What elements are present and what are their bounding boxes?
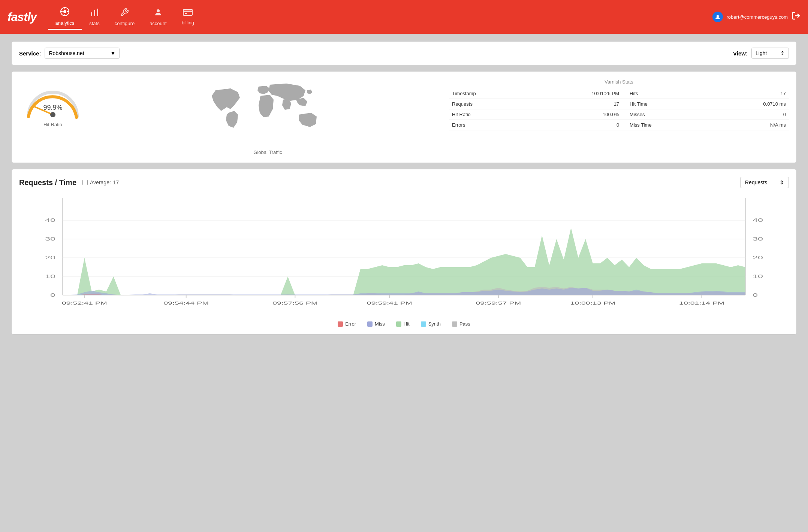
svg-text:99.9%: 99.9%: [43, 104, 62, 111]
header-right: robert@commerceguys.com: [712, 11, 801, 22]
chart-header-left: Requests / Time Average: 17: [19, 178, 119, 187]
stat-label: Miss Time: [622, 120, 711, 130]
stat-label: Hit Ratio: [449, 109, 531, 120]
svg-text:09:52:41 PM: 09:52:41 PM: [62, 301, 107, 305]
map-container: Global Traffic: [98, 79, 438, 155]
header: fastly analytics stats configure: [0, 0, 808, 34]
nav-configure[interactable]: configure: [107, 5, 142, 29]
chevron-down-icon: ⇕: [780, 179, 784, 185]
svg-text:0: 0: [753, 292, 758, 297]
nav-configure-label: configure: [115, 21, 135, 26]
nav-stats[interactable]: stats: [82, 5, 107, 29]
spinner-icon: ⇕: [780, 50, 785, 56]
chart-header: Requests / Time Average: 17 Requests ⇕: [19, 177, 789, 188]
svg-point-9: [157, 9, 160, 12]
svg-rect-8: [97, 9, 98, 16]
legend-pass-box: [452, 321, 457, 327]
svg-text:09:54:44 PM: 09:54:44 PM: [163, 301, 209, 305]
chart-type-dropdown[interactable]: Requests ⇕: [740, 177, 789, 188]
stats-row-hit-ratio: Hit Ratio 100.0% Misses 0: [449, 109, 789, 120]
legend-miss-box: [367, 321, 373, 327]
main-nav: analytics stats configure account: [48, 4, 712, 30]
stat-label: Misses: [622, 109, 711, 120]
nav-account[interactable]: account: [142, 5, 174, 29]
stats-table: Timestamp 10:01:26 PM Hits 17 Requests 1…: [449, 88, 789, 130]
service-label: Service:: [19, 50, 41, 57]
stat-value: 17: [711, 88, 789, 99]
main-content: Service: Robshouse.net ▼ View: Light ⇕: [0, 34, 808, 342]
legend-pass-label: Pass: [459, 321, 470, 327]
stat-label: Timestamp: [449, 88, 531, 99]
legend-error: Error: [338, 321, 356, 327]
svg-text:10:00:13 PM: 10:00:13 PM: [570, 301, 615, 305]
nav-analytics-label: analytics: [55, 20, 75, 26]
nav-analytics[interactable]: analytics: [48, 4, 82, 30]
gauge-svg: 99.9%: [21, 79, 85, 120]
chart-title: Requests / Time: [19, 178, 76, 187]
logo: fastly: [7, 10, 37, 24]
svg-text:20: 20: [753, 255, 763, 260]
svg-point-13: [717, 15, 719, 17]
legend-synth-box: [421, 321, 426, 327]
svg-text:30: 30: [753, 236, 763, 241]
map-label: Global Traffic: [253, 149, 282, 155]
configure-icon: [120, 8, 129, 19]
average-label: Average:: [90, 179, 111, 185]
stat-value: 10:01:26 PM: [531, 88, 622, 99]
chart-section: Requests / Time Average: 17 Requests ⇕: [11, 169, 797, 335]
svg-rect-10: [183, 9, 192, 15]
view-label: View:: [733, 50, 748, 57]
legend-error-label: Error: [345, 321, 356, 327]
legend-synth: Synth: [421, 321, 441, 327]
account-icon: [154, 8, 163, 19]
legend-miss-label: Miss: [375, 321, 385, 327]
svg-text:30: 30: [45, 236, 55, 241]
varnish-stats: Varnish Stats Timestamp 10:01:26 PM Hits…: [449, 79, 789, 130]
varnish-title: Varnish Stats: [449, 79, 789, 85]
chart-avg: Average: 17: [82, 179, 119, 185]
nav-account-label: account: [150, 21, 167, 26]
chart-area: 0 10 20 30 40 0 10 20 30 40: [19, 194, 789, 315]
user-badge: [712, 12, 723, 22]
svg-text:09:57:56 PM: 09:57:56 PM: [272, 301, 318, 305]
service-dropdown[interactable]: Robshouse.net ▼: [45, 48, 120, 59]
gauge-container: 99.9% Hit Ratio: [19, 79, 87, 127]
view-dropdown[interactable]: Light ⇕: [751, 48, 789, 59]
service-bar: Service: Robshouse.net ▼ View: Light ⇕: [19, 48, 789, 59]
logout-button[interactable]: [792, 11, 801, 22]
chart-svg: 0 10 20 30 40 0 10 20 30 40: [19, 194, 789, 314]
svg-rect-6: [91, 12, 92, 16]
svg-text:09:59:57 PM: 09:59:57 PM: [476, 301, 521, 305]
view-value: Light: [756, 50, 767, 56]
stats-row-errors: Errors 0 Miss Time N/A ms: [449, 120, 789, 130]
stats-icon: [90, 8, 99, 19]
stat-label: Hits: [622, 88, 711, 99]
stat-label: Errors: [449, 120, 531, 130]
service-value: Robshouse.net: [49, 50, 84, 56]
view-right: View: Light ⇕: [733, 48, 789, 59]
legend-hit-box: [396, 321, 401, 327]
stat-value: 100.0%: [531, 109, 622, 120]
svg-text:10: 10: [45, 273, 55, 279]
stat-label: Requests: [449, 99, 531, 109]
stats-widget: 99.9% Hit Ratio: [11, 71, 797, 163]
average-value: 17: [113, 179, 119, 185]
billing-icon: [183, 9, 193, 18]
stats-row-requests: Requests 17 Hit Time 0.0710 ms: [449, 99, 789, 109]
average-checkbox[interactable]: [82, 180, 88, 185]
legend-synth-label: Synth: [428, 321, 441, 327]
svg-text:10: 10: [753, 273, 763, 279]
stat-value: N/A ms: [711, 120, 789, 130]
legend-error-box: [338, 321, 343, 327]
nav-billing[interactable]: billing: [174, 6, 202, 28]
user-email: robert@commerceguys.com: [727, 14, 788, 20]
chart-legend: Error Miss Hit Synth Pass: [19, 321, 789, 327]
legend-hit: Hit: [396, 321, 410, 327]
stat-value: 0: [711, 109, 789, 120]
nav-stats-label: stats: [89, 21, 99, 26]
svg-text:0: 0: [50, 292, 55, 297]
chart-type-value: Requests: [745, 179, 767, 185]
legend-miss: Miss: [367, 321, 385, 327]
stat-value: 17: [531, 99, 622, 109]
svg-text:20: 20: [45, 255, 55, 260]
